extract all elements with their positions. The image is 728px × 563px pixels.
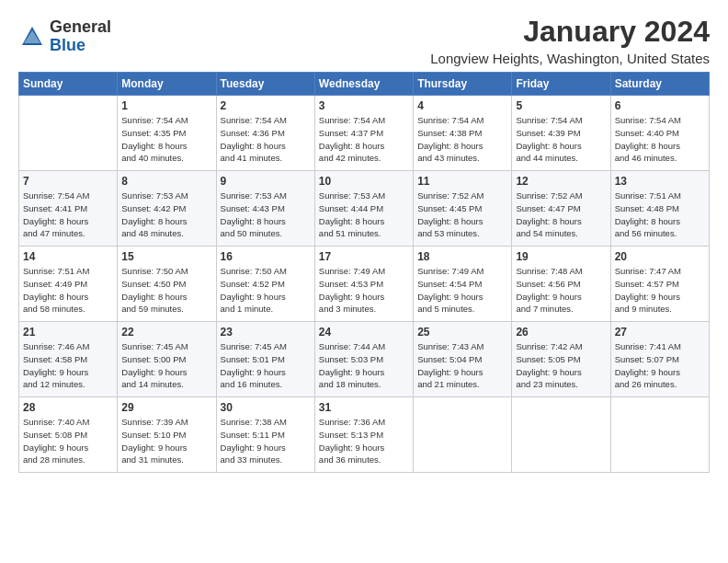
day-cell: 24Sunrise: 7:44 AMSunset: 5:03 PMDayligh… <box>314 322 413 397</box>
day-number: 21 <box>23 326 113 339</box>
header-cell-saturday: Saturday <box>610 73 709 96</box>
header-cell-thursday: Thursday <box>414 73 512 96</box>
day-info: Sunrise: 7:54 AMSunset: 4:36 PMDaylight:… <box>221 114 311 165</box>
day-number: 7 <box>23 175 113 188</box>
day-number: 20 <box>615 250 705 263</box>
calendar-table: SundayMondayTuesdayWednesdayThursdayFrid… <box>18 72 710 473</box>
logo-blue-text: Blue <box>50 37 111 55</box>
day-number: 8 <box>121 175 211 188</box>
day-info: Sunrise: 7:49 AMSunset: 4:53 PMDaylight:… <box>319 265 409 316</box>
logo: General Blue <box>18 18 111 55</box>
day-number: 9 <box>221 175 311 188</box>
day-cell: 18Sunrise: 7:49 AMSunset: 4:54 PMDayligh… <box>414 247 512 322</box>
day-cell: 10Sunrise: 7:53 AMSunset: 4:44 PMDayligh… <box>314 171 413 247</box>
day-info: Sunrise: 7:44 AMSunset: 5:03 PMDaylight:… <box>319 340 409 391</box>
day-cell: 26Sunrise: 7:42 AMSunset: 5:05 PMDayligh… <box>512 322 610 397</box>
day-number: 6 <box>615 99 705 112</box>
day-number: 15 <box>121 250 211 263</box>
day-info: Sunrise: 7:53 AMSunset: 4:42 PMDaylight:… <box>121 190 211 240</box>
header-cell-monday: Monday <box>118 73 216 96</box>
day-info: Sunrise: 7:50 AMSunset: 4:52 PMDaylight:… <box>221 265 311 316</box>
week-row-2: 7Sunrise: 7:54 AMSunset: 4:41 PMDaylight… <box>19 171 710 247</box>
page: General Blue January 2024 Longview Heigh… <box>0 0 728 482</box>
day-info: Sunrise: 7:51 AMSunset: 4:48 PMDaylight:… <box>615 190 705 240</box>
day-cell <box>512 397 610 473</box>
day-number: 31 <box>319 401 409 414</box>
day-cell: 8Sunrise: 7:53 AMSunset: 4:42 PMDaylight… <box>118 171 216 247</box>
day-cell <box>610 397 709 473</box>
svg-marker-1 <box>24 30 40 43</box>
day-info: Sunrise: 7:54 AMSunset: 4:39 PMDaylight:… <box>516 114 606 165</box>
week-row-4: 21Sunrise: 7:46 AMSunset: 4:58 PMDayligh… <box>19 322 710 397</box>
day-number: 5 <box>516 99 606 112</box>
day-cell: 13Sunrise: 7:51 AMSunset: 4:48 PMDayligh… <box>610 171 709 247</box>
day-info: Sunrise: 7:51 AMSunset: 4:49 PMDaylight:… <box>23 265 113 316</box>
day-cell: 30Sunrise: 7:38 AMSunset: 5:11 PMDayligh… <box>216 397 314 473</box>
header-cell-tuesday: Tuesday <box>216 73 314 96</box>
day-info: Sunrise: 7:45 AMSunset: 5:01 PMDaylight:… <box>221 340 311 391</box>
day-info: Sunrise: 7:54 AMSunset: 4:40 PMDaylight:… <box>615 114 705 165</box>
day-number: 28 <box>23 401 113 414</box>
day-number: 24 <box>319 326 409 339</box>
day-cell: 4Sunrise: 7:54 AMSunset: 4:38 PMDaylight… <box>414 96 512 171</box>
day-number: 4 <box>417 99 507 112</box>
header-row: SundayMondayTuesdayWednesdayThursdayFrid… <box>19 73 710 96</box>
day-info: Sunrise: 7:48 AMSunset: 4:56 PMDaylight:… <box>516 265 606 316</box>
location-title: Longview Heights, Washington, United Sta… <box>430 51 710 66</box>
day-number: 25 <box>417 326 507 339</box>
day-cell: 1Sunrise: 7:54 AMSunset: 4:35 PMDaylight… <box>118 96 216 171</box>
day-number: 30 <box>221 401 311 414</box>
day-info: Sunrise: 7:42 AMSunset: 5:05 PMDaylight:… <box>516 340 606 391</box>
header-cell-friday: Friday <box>512 73 610 96</box>
day-cell: 9Sunrise: 7:53 AMSunset: 4:43 PMDaylight… <box>216 171 314 247</box>
day-info: Sunrise: 7:53 AMSunset: 4:44 PMDaylight:… <box>319 190 409 240</box>
day-info: Sunrise: 7:50 AMSunset: 4:50 PMDaylight:… <box>121 265 211 316</box>
day-cell: 20Sunrise: 7:47 AMSunset: 4:57 PMDayligh… <box>610 247 709 322</box>
day-number: 13 <box>615 175 705 188</box>
day-cell: 2Sunrise: 7:54 AMSunset: 4:36 PMDaylight… <box>216 96 314 171</box>
day-number: 23 <box>221 326 311 339</box>
day-cell: 3Sunrise: 7:54 AMSunset: 4:37 PMDaylight… <box>314 96 413 171</box>
header-cell-wednesday: Wednesday <box>314 73 413 96</box>
header-cell-sunday: Sunday <box>19 73 118 96</box>
day-info: Sunrise: 7:54 AMSunset: 4:37 PMDaylight:… <box>319 114 409 165</box>
day-info: Sunrise: 7:52 AMSunset: 4:47 PMDaylight:… <box>516 190 606 240</box>
week-row-1: 1Sunrise: 7:54 AMSunset: 4:35 PMDaylight… <box>19 96 710 171</box>
day-cell: 27Sunrise: 7:41 AMSunset: 5:07 PMDayligh… <box>610 322 709 397</box>
day-number: 16 <box>221 250 311 263</box>
day-number: 18 <box>417 250 507 263</box>
day-number: 27 <box>615 326 705 339</box>
day-number: 17 <box>319 250 409 263</box>
day-cell: 21Sunrise: 7:46 AMSunset: 4:58 PMDayligh… <box>19 322 118 397</box>
day-number: 26 <box>516 326 606 339</box>
day-info: Sunrise: 7:54 AMSunset: 4:35 PMDaylight:… <box>121 114 211 165</box>
day-cell: 23Sunrise: 7:45 AMSunset: 5:01 PMDayligh… <box>216 322 314 397</box>
day-cell: 6Sunrise: 7:54 AMSunset: 4:40 PMDaylight… <box>610 96 709 171</box>
day-cell: 29Sunrise: 7:39 AMSunset: 5:10 PMDayligh… <box>118 397 216 473</box>
day-info: Sunrise: 7:54 AMSunset: 4:41 PMDaylight:… <box>23 190 113 240</box>
day-cell: 15Sunrise: 7:50 AMSunset: 4:50 PMDayligh… <box>118 247 216 322</box>
day-info: Sunrise: 7:38 AMSunset: 5:11 PMDaylight:… <box>221 416 311 466</box>
day-cell: 17Sunrise: 7:49 AMSunset: 4:53 PMDayligh… <box>314 247 413 322</box>
day-number: 10 <box>319 175 409 188</box>
day-number: 19 <box>516 250 606 263</box>
day-cell: 12Sunrise: 7:52 AMSunset: 4:47 PMDayligh… <box>512 171 610 247</box>
day-cell: 11Sunrise: 7:52 AMSunset: 4:45 PMDayligh… <box>414 171 512 247</box>
week-row-3: 14Sunrise: 7:51 AMSunset: 4:49 PMDayligh… <box>19 247 710 322</box>
day-cell: 19Sunrise: 7:48 AMSunset: 4:56 PMDayligh… <box>512 247 610 322</box>
day-info: Sunrise: 7:54 AMSunset: 4:38 PMDaylight:… <box>417 114 507 165</box>
day-info: Sunrise: 7:41 AMSunset: 5:07 PMDaylight:… <box>615 340 705 391</box>
day-number: 22 <box>121 326 211 339</box>
day-cell: 31Sunrise: 7:36 AMSunset: 5:13 PMDayligh… <box>314 397 413 473</box>
day-info: Sunrise: 7:39 AMSunset: 5:10 PMDaylight:… <box>121 416 211 466</box>
day-info: Sunrise: 7:40 AMSunset: 5:08 PMDaylight:… <box>23 416 113 466</box>
day-cell: 28Sunrise: 7:40 AMSunset: 5:08 PMDayligh… <box>19 397 118 473</box>
logo-icon <box>18 23 46 51</box>
day-info: Sunrise: 7:43 AMSunset: 5:04 PMDaylight:… <box>417 340 507 391</box>
day-cell: 14Sunrise: 7:51 AMSunset: 4:49 PMDayligh… <box>19 247 118 322</box>
day-cell: 25Sunrise: 7:43 AMSunset: 5:04 PMDayligh… <box>414 322 512 397</box>
day-info: Sunrise: 7:53 AMSunset: 4:43 PMDaylight:… <box>221 190 311 240</box>
header: General Blue January 2024 Longview Heigh… <box>18 15 710 66</box>
day-info: Sunrise: 7:52 AMSunset: 4:45 PMDaylight:… <box>417 190 507 240</box>
title-section: January 2024 Longview Heights, Washingto… <box>430 15 710 66</box>
